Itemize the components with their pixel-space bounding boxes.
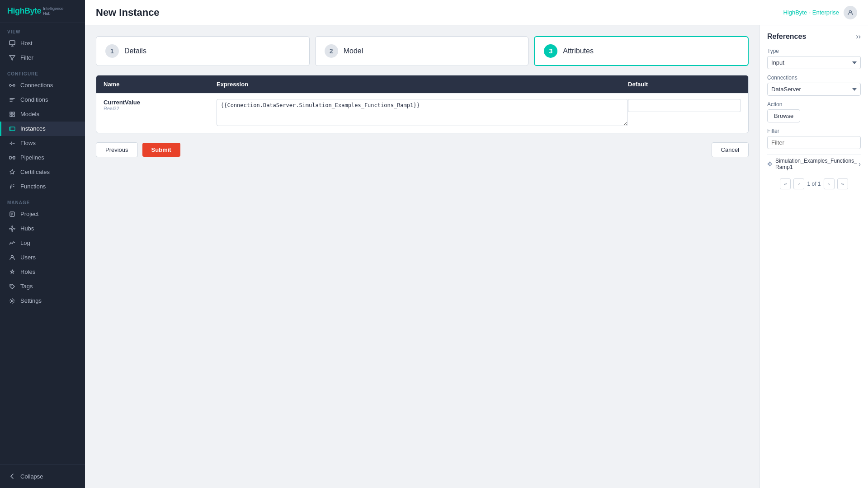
sidebar-item-tags[interactable]: Tags	[0, 279, 85, 294]
last-page-button[interactable]: »	[837, 178, 848, 189]
row-expression-cell: {{Connection.DataServer.Simulation_Examp…	[217, 99, 628, 127]
connections-icon	[9, 82, 16, 89]
roles-icon	[9, 268, 16, 276]
svg-rect-7	[13, 112, 14, 114]
ref-item-expand-icon[interactable]: ›	[859, 160, 861, 168]
sidebar-item-flows[interactable]: Flows	[0, 136, 85, 150]
prev-page-button[interactable]: ‹	[793, 178, 804, 189]
sidebar-item-connections[interactable]: Connections	[0, 78, 85, 93]
step-3-attributes[interactable]: 3 Attributes	[534, 36, 749, 66]
svg-point-28	[11, 300, 13, 302]
sidebar-label-roles: Roles	[20, 268, 35, 275]
pagination: « ‹ 1 of 1 › »	[767, 178, 861, 189]
sidebar-label-conditions: Conditions	[20, 96, 48, 103]
step-2-number: 2	[325, 44, 338, 58]
sidebar-label-host: Host	[20, 40, 33, 47]
button-row: Previous Submit Cancel	[96, 142, 749, 157]
certificates-icon	[9, 169, 16, 176]
sidebar-item-host[interactable]: Host	[0, 36, 85, 51]
logo-sub: IntelligenceHub	[43, 6, 64, 16]
sidebar-label-certificates: Certificates	[20, 169, 50, 175]
col-expression-header: Expression	[217, 81, 628, 88]
svg-rect-9	[13, 115, 14, 117]
pipelines-icon	[9, 154, 16, 161]
sidebar-item-conditions[interactable]: Conditions	[0, 93, 85, 107]
sidebar-item-functions[interactable]: f Functions	[0, 179, 85, 194]
sidebar-label-settings: Settings	[20, 297, 42, 304]
browse-button[interactable]: Browse	[767, 109, 800, 122]
svg-point-19	[12, 230, 13, 231]
sidebar-item-project[interactable]: Project	[0, 207, 85, 221]
sidebar-label-models: Models	[20, 111, 39, 117]
sidebar-label-project: Project	[20, 211, 38, 217]
view-section-label: VIEW	[0, 23, 85, 36]
page-info: 1 of 1	[807, 181, 821, 187]
wizard-steps: 1 Details 2 Model 3 Attributes	[96, 36, 749, 66]
sidebar-label-flows: Flows	[20, 140, 36, 146]
submit-button[interactable]: Submit	[142, 143, 180, 157]
first-page-button[interactable]: «	[780, 178, 791, 189]
host-icon	[9, 40, 16, 47]
row-name-cell: CurrentValue Real32	[104, 99, 217, 111]
step-2-model[interactable]: 2 Model	[315, 36, 529, 66]
sidebar-item-certificates[interactable]: Certificates	[0, 165, 85, 179]
step-1-details[interactable]: 1 Details	[96, 36, 310, 66]
sidebar-label-pipelines: Pipelines	[20, 154, 44, 161]
type-field: Type Input Output	[767, 48, 861, 75]
users-icon	[9, 254, 16, 261]
tags-icon	[9, 283, 16, 290]
sidebar-item-filter[interactable]: Filter	[0, 51, 85, 65]
svg-point-20	[9, 228, 10, 229]
expression-input[interactable]: {{Connection.DataServer.Simulation_Examp…	[217, 99, 628, 126]
action-field: Action Browse	[767, 101, 861, 128]
cancel-button[interactable]: Cancel	[712, 142, 749, 157]
col-name-header: Name	[104, 81, 217, 88]
sidebar-item-instances[interactable]: Instances	[0, 122, 85, 136]
sidebar-label-connections: Connections	[20, 82, 53, 89]
svg-point-27	[11, 285, 12, 286]
svg-point-18	[12, 225, 13, 226]
logo-area: HighByte IntelligenceHub	[0, 0, 85, 23]
tenant-name: HighByte - Enterprise	[783, 9, 839, 16]
sidebar-item-roles[interactable]: Roles	[0, 265, 85, 279]
user-icon-button[interactable]	[844, 6, 857, 19]
project-icon	[9, 211, 16, 218]
models-icon	[9, 111, 16, 118]
svg-point-3	[9, 84, 11, 86]
sidebar-item-pipelines[interactable]: Pipelines	[0, 150, 85, 165]
attribute-type: Real32	[104, 106, 217, 111]
topbar: New Instance HighByte - Enterprise	[85, 0, 868, 25]
svg-rect-8	[10, 115, 12, 117]
filter-input[interactable]	[767, 136, 861, 149]
collapse-label: Collapse	[20, 473, 43, 480]
previous-button[interactable]: Previous	[96, 142, 138, 157]
action-label: Action	[767, 101, 861, 108]
sidebar-item-users[interactable]: Users	[0, 250, 85, 265]
connections-select[interactable]: DataServer	[767, 83, 861, 96]
main-content: 1 Details 2 Model 3 Attributes Name Expr…	[85, 25, 760, 488]
table-header: Name Expression Default	[96, 75, 748, 93]
svg-rect-13	[13, 156, 15, 159]
sidebar: HighByte IntelligenceHub VIEW Host Filte…	[0, 0, 85, 488]
references-collapse-button[interactable]: ››	[856, 33, 861, 41]
sidebar-item-hubs[interactable]: Hubs	[0, 221, 85, 236]
sidebar-item-models[interactable]: Models	[0, 107, 85, 122]
next-page-button[interactable]: ›	[824, 178, 835, 189]
filter-field: Filter	[767, 128, 861, 155]
sidebar-item-log[interactable]: Log	[0, 236, 85, 250]
references-header: References ››	[767, 33, 861, 41]
sidebar-item-settings[interactable]: Settings	[0, 294, 85, 308]
default-input[interactable]	[628, 99, 741, 112]
collapse-button[interactable]: Collapse	[0, 469, 85, 483]
row-default-cell	[628, 99, 741, 112]
ref-item-name: Simulation_Examples_Functions_Ramp1	[775, 158, 859, 170]
instances-icon	[9, 125, 16, 132]
svg-rect-10	[9, 127, 15, 131]
type-select[interactable]: Input Output	[767, 56, 861, 69]
log-icon	[9, 239, 16, 247]
svg-text:f: f	[11, 184, 13, 188]
sidebar-label-filter: Filter	[20, 54, 33, 61]
svg-point-21	[14, 228, 15, 229]
svg-point-17	[11, 228, 13, 230]
col-default-header: Default	[628, 81, 741, 88]
